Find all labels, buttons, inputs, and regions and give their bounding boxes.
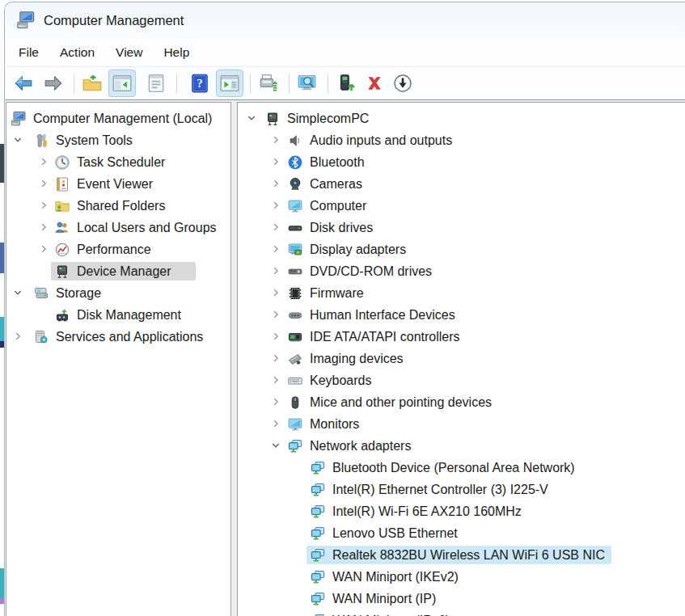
tree-item-task-scheduler[interactable]: Task Scheduler [6, 151, 230, 173]
system-tools-icon [33, 133, 49, 149]
computer-device-icon [264, 111, 281, 127]
ide-controller-icon [287, 329, 303, 345]
chevron-right-icon[interactable] [271, 310, 281, 319]
chevron-right-icon[interactable] [271, 135, 281, 145]
tree-item-human-interface-devices[interactable]: Human Interface Devices [238, 304, 685, 326]
tree-item-display-adapters[interactable]: Display adapters [238, 238, 685, 260]
menu-file[interactable]: File [8, 40, 49, 65]
show-action-pane-icon [219, 73, 240, 94]
back-arrow-button[interactable] [10, 70, 37, 97]
chevron-right-icon[interactable] [271, 375, 281, 385]
help-icon: ? [189, 73, 210, 94]
tree-item-label: Bluetooth [310, 155, 365, 170]
tree-item-disk-management[interactable]: Disk Management [6, 304, 230, 326]
network-adapter-icon [310, 504, 326, 520]
tree-item-keyboards[interactable]: Keyboards [238, 369, 685, 391]
disable-device-button[interactable] [389, 70, 416, 97]
tree-item-audio-inputs-and-outputs[interactable]: Audio inputs and outputs [238, 129, 685, 151]
tree-item-realtek-8832bu-wireless-lan-wifi-6-usb-nic[interactable]: Realtek 8832BU Wireless LAN WiFi 6 USB N… [238, 544, 685, 566]
tree-item-label: Network adapters [310, 439, 411, 454]
chevron-right-icon[interactable] [39, 200, 49, 210]
tree-item-local-users-and-groups[interactable]: Local Users and Groups [6, 217, 230, 238]
tree-item-system-tools[interactable]: System Tools [6, 129, 230, 151]
tree-item-performance[interactable]: Performance [6, 238, 230, 260]
uninstall-device-button[interactable] [361, 70, 388, 97]
tree-item-wan-miniport-ipv6[interactable]: WAN Miniport (IPv6) [238, 610, 685, 616]
tree-item-label: Intel(R) Wi-Fi 6E AX210 160MHz [332, 504, 522, 519]
network-adapter-icon [287, 438, 303, 454]
chevron-down-icon[interactable] [13, 288, 23, 297]
tree-item-disk-drives[interactable]: Disk drives [238, 217, 685, 238]
tree-item-network-adapters[interactable]: Network adapters [238, 435, 685, 457]
show-console-tree-button[interactable] [108, 70, 136, 97]
menu-help[interactable]: Help [153, 40, 200, 65]
up-folder-icon [82, 73, 103, 94]
task-scheduler-icon [54, 154, 70, 171]
tree-item-storage[interactable]: Storage [6, 282, 230, 304]
tree-item-computer-management-local[interactable]: Computer Management (Local) [6, 108, 230, 129]
network-adapter-icon [310, 591, 326, 607]
help-button[interactable]: ? [186, 70, 214, 97]
chevron-right-icon[interactable] [271, 353, 281, 363]
chevron-right-icon[interactable] [39, 157, 49, 167]
tree-item-label: Local Users and Groups [77, 221, 217, 235]
tree-item-intel-r-ethernet-controller-3-i225-v[interactable]: Intel(R) Ethernet Controller (3) I225-V [238, 479, 685, 500]
tree-item-dvd-cd-rom-drives[interactable]: DVD/CD-ROM drives [238, 260, 685, 282]
chevron-right-icon[interactable] [271, 200, 281, 210]
menu-view[interactable]: View [105, 40, 153, 65]
device-manager-icon [54, 264, 70, 280]
tree-item-imaging-devices[interactable]: Imaging devices [238, 348, 685, 369]
tree-item-bluetooth-device-personal-area-network[interactable]: Bluetooth Device (Personal Area Network) [238, 457, 685, 479]
tree-item-computer[interactable]: Computer [238, 195, 685, 217]
chevron-right-icon[interactable] [39, 244, 49, 254]
dvd-drive-icon [287, 264, 303, 280]
chevron-right-icon[interactable] [271, 266, 281, 276]
chevron-right-icon[interactable] [39, 222, 49, 232]
chevron-right-icon[interactable] [271, 288, 281, 297]
tree-item-wan-miniport-ikev2[interactable]: WAN Miniport (IKEv2) [238, 566, 685, 588]
update-driver-button[interactable] [332, 70, 360, 97]
tree-item-label: Monitors [310, 417, 359, 432]
remote-computer-button[interactable] [294, 70, 321, 97]
tree-item-label: IDE ATA/ATAPI controllers [310, 330, 460, 344]
chevron-right-icon[interactable] [271, 419, 281, 428]
show-action-pane-button[interactable] [216, 70, 243, 97]
chevron-right-icon[interactable] [271, 222, 281, 232]
tree-item-label: Intel(R) Ethernet Controller (3) I225-V [332, 483, 548, 497]
forward-arrow-button[interactable] [40, 70, 67, 97]
disable-device-icon [392, 73, 413, 94]
export-list-button[interactable] [142, 70, 170, 97]
menu-action[interactable]: Action [49, 40, 105, 65]
tree-item-cameras[interactable]: Cameras [238, 173, 685, 195]
menu-bar: FileActionViewHelp [5, 38, 685, 67]
chevron-right-icon[interactable] [13, 331, 23, 341]
chevron-right-icon[interactable] [271, 179, 281, 188]
tree-item-label: WAN Miniport (IKEv2) [332, 570, 459, 584]
tree-item-monitors[interactable]: Monitors [238, 413, 685, 435]
chevron-down-icon[interactable] [13, 135, 23, 145]
tree-item-intel-r-wi-fi-6e-ax210-160mhz[interactable]: Intel(R) Wi-Fi 6E AX210 160MHz [238, 500, 685, 522]
chevron-right-icon[interactable] [271, 244, 281, 254]
network-adapter-icon [310, 547, 326, 563]
chevron-right-icon[interactable] [271, 397, 281, 407]
tree-item-lenovo-usb-ethernet[interactable]: Lenovo USB Ethernet [238, 522, 685, 544]
chevron-down-icon[interactable] [247, 113, 256, 123]
tree-item-bluetooth[interactable]: Bluetooth [238, 151, 685, 173]
chevron-right-icon[interactable] [271, 331, 281, 341]
tree-item-event-viewer[interactable]: Event Viewer [6, 173, 230, 195]
tree-item-simplecompc[interactable]: SimplecomPC [238, 108, 685, 129]
tree-item-device-manager[interactable]: Device Manager [6, 260, 230, 282]
tree-item-shared-folders[interactable]: Shared Folders [6, 195, 230, 217]
chevron-right-icon[interactable] [271, 157, 281, 167]
tree-item-label: Keyboards [310, 373, 372, 388]
chevron-right-icon[interactable] [39, 179, 49, 188]
scan-hardware-changes-button[interactable] [255, 70, 282, 97]
chevron-down-icon[interactable] [271, 441, 281, 450]
up-folder-button[interactable] [78, 70, 106, 97]
tree-item-wan-miniport-ip[interactable]: WAN Miniport (IP) [238, 588, 685, 610]
tree-item-mice-and-other-pointing-devices[interactable]: Mice and other pointing devices [238, 391, 685, 413]
disk-drive-icon [287, 220, 303, 236]
tree-item-services-and-applications[interactable]: Services and Applications [6, 326, 230, 348]
tree-item-firmware[interactable]: Firmware [238, 282, 685, 304]
tree-item-ide-ata-atapi-controllers[interactable]: IDE ATA/ATAPI controllers [238, 326, 685, 348]
